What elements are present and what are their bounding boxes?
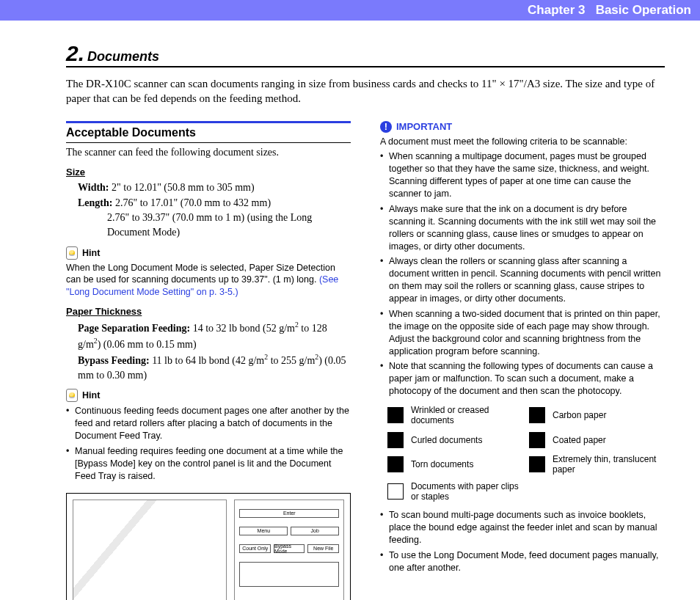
chapter-title: Basic Operation bbox=[596, 3, 691, 17]
important-bullet-3: Always clean the rollers or scanning gla… bbox=[380, 255, 665, 305]
length-label: Length: bbox=[78, 197, 112, 208]
panel-newfile: New File bbox=[307, 544, 339, 553]
panel-count: Count Only bbox=[239, 544, 271, 553]
hint-2-bullets: Continuous feeding feeds document pages … bbox=[66, 405, 351, 482]
important-bullet-4: When scanning a two-sided document that … bbox=[380, 308, 665, 358]
width-spec: Width: 2" to 12.01" (50.8 mm to 305 mm) bbox=[78, 180, 351, 195]
page-separation-spec: Page Separation Feeding: 14 to 32 lb bon… bbox=[78, 320, 351, 352]
lightbulb-icon bbox=[66, 389, 78, 402]
important-bullets: When scanning a multipage document, page… bbox=[380, 150, 665, 398]
hint-2-bullet-2: Manual feeding requires feeding one docu… bbox=[66, 445, 351, 483]
length-spec: Length: 2.76" to 17.01" (70.0 mm to 432 … bbox=[78, 196, 351, 211]
panel-screen bbox=[239, 562, 339, 587]
curled-label: Curled documents bbox=[411, 435, 523, 445]
scanner-illustration bbox=[73, 500, 227, 600]
hint-1-header: Hint bbox=[66, 246, 351, 260]
intro-paragraph: The DR-X10C scanner can scan documents r… bbox=[66, 76, 665, 106]
right-column: ! IMPORTANT A document must meet the fol… bbox=[380, 121, 665, 601]
lightbulb-icon bbox=[66, 246, 78, 260]
length-continuation: 2.76" to 39.37" (70.0 mm to 1 m) (using … bbox=[107, 211, 351, 241]
thin-icon bbox=[529, 456, 545, 472]
heading-rule bbox=[66, 121, 351, 123]
important-bullet-7: To use the Long Document Mode, feed docu… bbox=[380, 549, 665, 574]
width-value: 2" to 12.01" (50.8 mm to 305 mm) bbox=[112, 182, 255, 193]
carbon-icon bbox=[529, 407, 545, 423]
hint-label: Hint bbox=[82, 390, 100, 400]
important-bullets-2: To scan bound multi-page documents such … bbox=[380, 509, 665, 574]
clips-label: Documents with paper clips or staples bbox=[411, 481, 523, 502]
coated-icon bbox=[529, 432, 545, 448]
section-number: 2. bbox=[66, 41, 84, 65]
paper-thickness-heading: Paper Thickness bbox=[66, 306, 351, 317]
bypass-spec: Bypass Feeding: 11 lb to 64 lb bond (42 … bbox=[78, 352, 351, 383]
left-column: Acceptable Documents The scanner can fee… bbox=[66, 121, 351, 601]
hint-1-text: When the Long Document Mode is selected,… bbox=[66, 262, 351, 299]
curled-icon bbox=[387, 432, 404, 448]
important-intro: A document must meet the following crite… bbox=[380, 136, 665, 148]
wrinkled-icon bbox=[387, 407, 404, 423]
torn-icon bbox=[387, 456, 404, 472]
width-label: Width: bbox=[78, 182, 109, 193]
coated-label: Coated paper bbox=[553, 435, 665, 445]
carbon-label: Carbon paper bbox=[553, 410, 665, 420]
panel-bypass: Bypass Mode bbox=[274, 544, 305, 553]
panel-enter: Enter bbox=[239, 509, 339, 518]
hint-2-bullet-1: Continuous feeding feeds document pages … bbox=[66, 405, 351, 442]
length-value: 2.76" to 17.01" (70.0 mm to 432 mm) bbox=[115, 197, 271, 208]
important-label: IMPORTANT bbox=[396, 121, 452, 132]
hint-2-header: Hint bbox=[66, 389, 351, 402]
thin-label: Extremely thin, translucent paper bbox=[553, 454, 665, 475]
problem-doctype-grid: Wrinkled or creased documents Carbon pap… bbox=[387, 405, 665, 502]
important-bullet-5: Note that scanning the following types o… bbox=[380, 360, 665, 398]
section-label: Documents bbox=[87, 49, 159, 64]
important-bullet-2: Always make sure that the ink on a docum… bbox=[380, 203, 665, 253]
page-body: 2. Documents The DR-X10C scanner can sca… bbox=[0, 21, 700, 600]
chapter-label: Chapter 3 bbox=[528, 3, 585, 17]
important-icon: ! bbox=[380, 121, 392, 133]
wrinkled-label: Wrinkled or creased documents bbox=[411, 405, 523, 426]
bypass-diagram: Enter Menu Job Count Only Bypass Mode Ne… bbox=[66, 493, 351, 600]
panel-menu: Menu bbox=[239, 527, 288, 535]
important-header: ! IMPORTANT bbox=[380, 121, 665, 133]
acceptable-documents-para: The scanner can feed the following docum… bbox=[66, 146, 351, 160]
psf-label: Page Separation Feeding: bbox=[78, 323, 190, 334]
torn-label: Torn documents bbox=[411, 459, 523, 469]
size-heading: Size bbox=[66, 167, 351, 178]
page-header: Chapter 3 Basic Operation bbox=[0, 0, 700, 21]
hint-label: Hint bbox=[82, 248, 100, 258]
control-panel-illustration: Enter Menu Job Count Only Bypass Mode Ne… bbox=[234, 500, 344, 600]
important-bullet-1: When scanning a multipage document, page… bbox=[380, 150, 665, 200]
important-bullet-6: To scan bound multi-page documents such … bbox=[380, 509, 665, 546]
bypass-label: Bypass Feeding: bbox=[78, 355, 150, 366]
acceptable-documents-heading: Acceptable Documents bbox=[66, 126, 351, 143]
panel-job: Job bbox=[291, 527, 339, 535]
clips-icon bbox=[387, 483, 404, 500]
section-title: 2. Documents bbox=[66, 41, 665, 67]
